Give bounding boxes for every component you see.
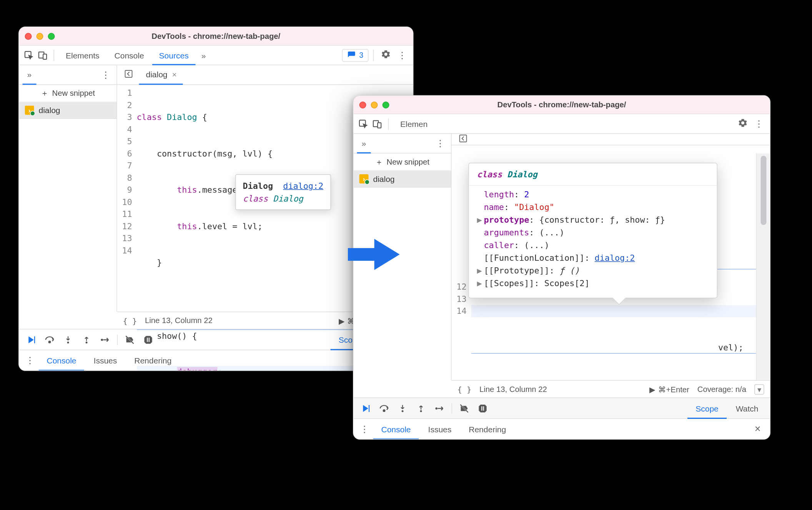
tab-elements[interactable]: Elements bbox=[59, 45, 106, 65]
svg-point-6 bbox=[67, 341, 69, 343]
navigator-pane: » ⋮ ＋ New snippet › dialog bbox=[19, 65, 117, 312]
svg-rect-3 bbox=[125, 70, 132, 77]
step-over-icon[interactable] bbox=[376, 403, 393, 413]
expand-internal-prototype[interactable]: ▶[[Prototype]]: ƒ () bbox=[477, 264, 716, 277]
svg-point-19 bbox=[435, 407, 438, 410]
settings-gear-icon[interactable] bbox=[378, 49, 393, 62]
more-tabs[interactable]: » bbox=[197, 50, 211, 60]
issues-chip[interactable]: 3 bbox=[342, 49, 368, 62]
kebab-menu-icon[interactable]: ⋮ bbox=[752, 118, 767, 130]
definition-link[interactable]: dialog:2 bbox=[283, 181, 323, 190]
navigator-kebab-icon[interactable]: ⋮ bbox=[98, 69, 113, 80]
step-over-icon[interactable] bbox=[41, 334, 58, 345]
issues-count: 3 bbox=[359, 51, 363, 60]
devtools-window-2: DevTools - chrome://new-tab-page/ Elemen… bbox=[353, 95, 770, 440]
drawer-tab-console[interactable]: Console bbox=[373, 418, 419, 439]
plus-icon: ＋ bbox=[41, 88, 49, 98]
step-out-icon[interactable] bbox=[413, 403, 430, 413]
svg-point-17 bbox=[402, 410, 404, 412]
new-snippet-button[interactable]: ＋ New snippet bbox=[19, 85, 117, 102]
step-into-icon[interactable] bbox=[394, 403, 411, 413]
svg-point-7 bbox=[86, 341, 88, 343]
snippet-file-icon: › bbox=[25, 106, 34, 115]
panel-toolbar: Elemen ⋮ bbox=[354, 114, 770, 134]
window-title: DevTools - chrome://new-tab-page/ bbox=[19, 32, 413, 41]
resume-icon[interactable] bbox=[357, 403, 374, 413]
step-out-icon[interactable] bbox=[78, 334, 95, 345]
editor-tab-dialog[interactable]: dialog × bbox=[139, 65, 183, 85]
svg-point-16 bbox=[383, 410, 385, 412]
drawer-kebab-icon[interactable]: ⋮ bbox=[357, 423, 372, 435]
tab-sources[interactable]: Sources bbox=[152, 45, 196, 65]
scrollbar[interactable] bbox=[756, 153, 770, 380]
window-title: DevTools - chrome://new-tab-page/ bbox=[354, 100, 770, 109]
snippet-file-item[interactable]: › dialog bbox=[19, 102, 117, 119]
svg-rect-14 bbox=[460, 135, 467, 142]
line-gutter: 1 2 3 4 5 6 7 8 9 10 11 12 13 14 bbox=[117, 87, 137, 371]
expand-prototype[interactable]: ▶prototype: {constructor: ƒ, show: ƒ} bbox=[477, 213, 716, 226]
svg-rect-2 bbox=[43, 54, 47, 59]
scrollbar-thumb[interactable] bbox=[761, 156, 767, 225]
nav-back-icon[interactable] bbox=[455, 134, 471, 145]
svg-rect-15 bbox=[369, 405, 369, 412]
hover-popover-small: Dialog dialog:2 class Dialog bbox=[235, 174, 331, 210]
titlebar: DevTools - chrome://new-tab-page/ bbox=[19, 27, 413, 46]
transition-arrow-icon bbox=[348, 239, 400, 270]
inspect-icon[interactable] bbox=[23, 49, 35, 62]
snippet-file-icon: › bbox=[359, 174, 369, 183]
step-into-icon[interactable] bbox=[60, 334, 77, 345]
expand-scopes[interactable]: ▶[[Scopes]]: Scopes[2] bbox=[477, 277, 716, 290]
function-location-link[interactable]: dialog:2 bbox=[595, 253, 635, 263]
navigator-more[interactable]: » bbox=[23, 65, 37, 85]
svg-rect-13 bbox=[378, 122, 381, 128]
kebab-menu-icon[interactable]: ⋮ bbox=[394, 50, 409, 61]
settings-gear-icon[interactable] bbox=[735, 117, 750, 130]
resume-icon[interactable] bbox=[23, 334, 40, 345]
device-toggle-icon[interactable] bbox=[371, 117, 384, 130]
snippet-file-name: dialog bbox=[373, 174, 395, 183]
device-toggle-icon[interactable] bbox=[37, 49, 49, 62]
editor-tabs: dialog × bbox=[117, 65, 413, 85]
drawer-kebab-icon[interactable]: ⋮ bbox=[23, 355, 38, 366]
snippet-file-item[interactable]: › dialog bbox=[354, 171, 451, 188]
svg-point-5 bbox=[49, 341, 51, 343]
editor-tab-label: dialog bbox=[146, 70, 168, 79]
new-snippet-button[interactable]: ＋ New snippet bbox=[354, 153, 451, 171]
svg-point-18 bbox=[420, 410, 422, 412]
navigator-more[interactable]: » bbox=[357, 133, 371, 153]
titlebar: DevTools - chrome://new-tab-page/ bbox=[354, 96, 770, 114]
tab-elements-truncated[interactable]: Elemen bbox=[393, 114, 434, 133]
tab-console[interactable]: Console bbox=[108, 45, 151, 65]
svg-point-8 bbox=[101, 338, 103, 341]
editor-tabs bbox=[452, 134, 770, 145]
new-snippet-label: New snippet bbox=[52, 89, 95, 98]
new-snippet-label: New snippet bbox=[387, 158, 429, 167]
close-tab-icon[interactable]: × bbox=[172, 70, 177, 79]
svg-rect-4 bbox=[34, 336, 35, 343]
snippet-file-name: dialog bbox=[39, 106, 60, 115]
nav-back-icon[interactable] bbox=[121, 69, 137, 80]
navigator-kebab-icon[interactable]: ⋮ bbox=[433, 138, 448, 149]
panel-toolbar: Elements Console Sources » 3 ⋮ bbox=[19, 46, 413, 65]
step-icon[interactable] bbox=[97, 334, 114, 345]
step-icon[interactable] bbox=[431, 403, 448, 413]
inspect-icon[interactable] bbox=[357, 117, 370, 130]
drawer-tab-console[interactable]: Console bbox=[39, 350, 85, 371]
hover-popover-object: class Dialog length: 2 name: "Dialog" ▶p… bbox=[468, 163, 717, 298]
plus-icon: ＋ bbox=[375, 157, 383, 167]
